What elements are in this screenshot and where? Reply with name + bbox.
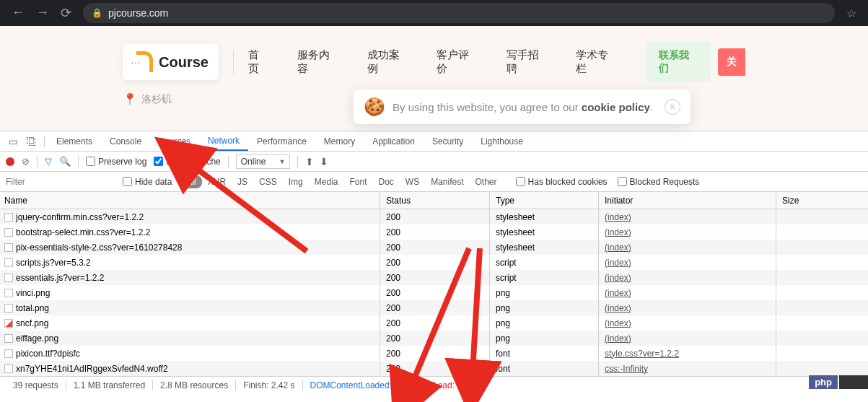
hide-data-checkbox[interactable]: Hide data — [123, 177, 172, 187]
initiator-link[interactable]: (index) — [605, 303, 631, 313]
back-icon[interactable]: ← — [12, 5, 25, 21]
nav-home[interactable]: 首页 — [248, 48, 268, 76]
table-row[interactable]: vinci.png200png(index) — [0, 285, 868, 300]
cell-size — [776, 270, 868, 285]
initiator-link[interactable]: style.css?ver=1.2.2 — [605, 349, 679, 359]
file-name: pix-essentials-style-2.css?ver=161027842… — [16, 242, 182, 253]
logo-text: Course — [159, 54, 209, 71]
pill-all[interactable]: All — [180, 175, 201, 188]
pill-ws[interactable]: WS — [400, 175, 425, 188]
cookie-policy-link[interactable]: cookie policy — [582, 101, 650, 113]
initiator-link[interactable]: (index) — [605, 227, 631, 237]
cell-status: 200 — [380, 361, 490, 376]
pill-other[interactable]: Other — [470, 175, 503, 188]
table-row[interactable]: scripts.js?ver=5.3.2200script(index) — [0, 255, 868, 270]
table-row[interactable]: eiffage.png200png(index) — [0, 331, 868, 346]
reload-icon[interactable]: ⟳ — [61, 5, 71, 21]
download-icon[interactable]: ⬇ — [320, 156, 328, 167]
site-logo[interactable]: Course — [123, 44, 219, 80]
record-icon[interactable] — [6, 157, 14, 166]
search-icon[interactable]: 🔍 — [59, 156, 71, 167]
file-name: sncf.png — [16, 318, 48, 328]
filter-input[interactable] — [0, 172, 123, 191]
nav-cases[interactable]: 成功案例 — [367, 48, 408, 76]
pill-font[interactable]: Font — [343, 175, 372, 188]
has-blocked-checkbox[interactable]: Has blocked cookies — [516, 177, 608, 187]
initiator-link[interactable]: (index) — [605, 318, 631, 328]
table-row[interactable]: total.png200png(index) — [0, 300, 868, 315]
clear-icon[interactable]: ⊘ — [22, 156, 30, 167]
table-row[interactable]: bootstrap-select.min.css?ver=1.2.2200sty… — [0, 224, 868, 240]
watermark: php — [809, 375, 838, 389]
status-finish: Finish: 2.42 s — [236, 380, 302, 390]
inspect-icon[interactable]: ▭ — [4, 136, 22, 147]
blocked-requests-checkbox[interactable]: Blocked Requests — [618, 177, 700, 187]
table-row[interactable]: jquery-confirm.min.css?ver=1.2.2200style… — [0, 209, 868, 224]
throttle-select[interactable]: Online▼ — [236, 154, 291, 169]
tab-application[interactable]: Application — [364, 131, 424, 151]
about-button[interactable]: 关 — [718, 48, 745, 76]
table-row[interactable]: pixicon.ttf?dpisfc200fontstyle.css?ver=1… — [0, 346, 868, 361]
pill-doc[interactable]: Doc — [372, 175, 399, 188]
nav-academic[interactable]: 学术专栏 — [576, 48, 617, 76]
file-icon — [4, 228, 13, 237]
address-bar[interactable]: 🔒 pjcourse.com — [83, 3, 835, 23]
cookie-text: By using this website, you agree to our … — [393, 101, 653, 113]
tab-network[interactable]: Network — [199, 131, 248, 151]
cell-type: font — [490, 346, 599, 361]
pill-manifest[interactable]: Manifest — [425, 175, 469, 188]
cell-type: png — [490, 315, 599, 331]
table-row[interactable]: xn7gYHE41ni1AdIRggexSvfedN4.woff2200font… — [0, 361, 868, 376]
nav-services[interactable]: 服务内容 — [297, 48, 338, 76]
nav-hiring[interactable]: 写手招聘 — [507, 48, 548, 76]
cookie-banner: 🍪 By using this website, you agree to ou… — [354, 89, 691, 124]
cookie-close-icon[interactable]: ✕ — [665, 99, 680, 115]
tab-performance[interactable]: Performance — [248, 131, 315, 151]
tab-security[interactable]: Security — [424, 131, 472, 151]
device-icon[interactable]: ⿻ — [22, 136, 41, 147]
initiator-link[interactable]: css:-Infinity — [605, 364, 648, 374]
table-row[interactable]: pix-essentials-style-2.css?ver=161027842… — [0, 240, 868, 255]
initiator-link[interactable]: (index) — [605, 242, 631, 253]
tab-memory[interactable]: Memory — [315, 131, 364, 151]
status-dcl: DOMContentLoaded: 1.98 s — [303, 380, 426, 390]
pill-xhr[interactable]: XHR — [202, 175, 232, 188]
tab-lighthouse[interactable]: Lighthouse — [472, 131, 532, 151]
col-name[interactable]: Name — [0, 192, 380, 209]
table-row[interactable]: essentials.js?ver=1.2.2200script(index) — [0, 270, 868, 285]
contact-button[interactable]: 联系我们 — [646, 42, 711, 82]
file-name: bootstrap-select.min.css?ver=1.2.2 — [16, 227, 150, 237]
preserve-log-checkbox[interactable]: Preserve log — [86, 157, 146, 167]
initiator-link[interactable]: (index) — [605, 258, 631, 268]
pill-media[interactable]: Media — [309, 175, 344, 188]
tab-sources[interactable]: Sources — [150, 131, 199, 151]
pill-js[interactable]: JS — [232, 175, 253, 188]
bookmark-star-icon[interactable]: ☆ — [846, 6, 856, 20]
col-initiator[interactable]: Initiator — [599, 192, 776, 209]
devtools-panel: ▭ ⿻ Elements Console Sources Network Per… — [0, 131, 868, 402]
initiator-link[interactable]: (index) — [605, 288, 631, 298]
initiator-link[interactable]: (index) — [605, 333, 631, 344]
filter-icon[interactable]: ▽ — [45, 156, 52, 167]
col-status[interactable]: Status — [380, 192, 490, 209]
cell-size — [776, 300, 868, 315]
cell-size — [776, 240, 868, 255]
url-text: pjcourse.com — [108, 7, 168, 19]
devtools-tabs: ▭ ⿻ Elements Console Sources Network Per… — [0, 131, 868, 152]
upload-icon[interactable]: ⬆ — [305, 156, 314, 167]
col-type[interactable]: Type — [490, 192, 599, 209]
forward-icon[interactable]: → — [36, 5, 49, 21]
pill-css[interactable]: CSS — [253, 175, 283, 188]
cell-type: stylesheet — [490, 209, 599, 224]
initiator-link[interactable]: (index) — [605, 212, 631, 222]
table-row[interactable]: sncf.png200png(index) — [0, 315, 868, 331]
cell-status: 200 — [380, 331, 490, 346]
file-icon — [4, 334, 13, 343]
nav-reviews[interactable]: 客户评价 — [437, 48, 478, 76]
col-size[interactable]: Size — [776, 192, 868, 209]
disable-cache-checkbox[interactable]: Disable cache — [154, 157, 220, 167]
initiator-link[interactable]: (index) — [605, 273, 631, 283]
tab-elements[interactable]: Elements — [48, 131, 101, 151]
tab-console[interactable]: Console — [101, 131, 150, 151]
pill-img[interactable]: Img — [283, 175, 309, 188]
